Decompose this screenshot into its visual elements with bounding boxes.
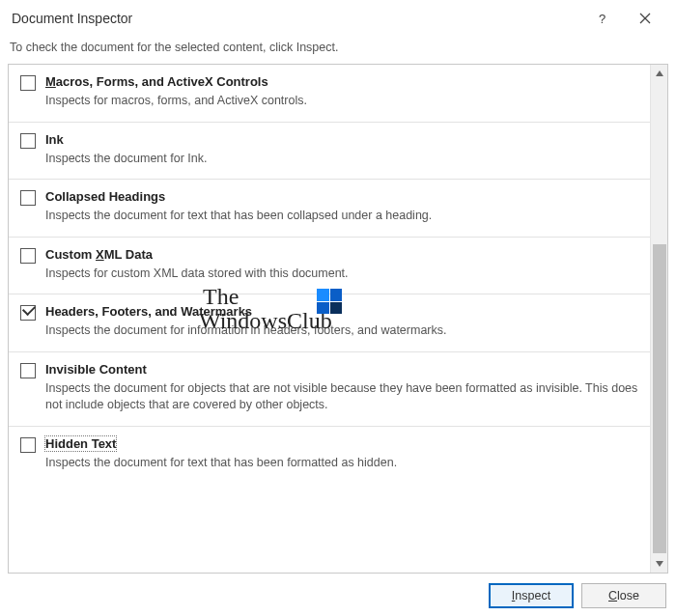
option-checkbox[interactable] (20, 305, 36, 321)
help-icon: ? (597, 13, 608, 24)
option-description: Inspects the document for text that has … (45, 208, 638, 225)
option-checkbox[interactable] (20, 190, 36, 206)
option-title: Headers, Footers, and Watermarks (45, 304, 638, 319)
close-window-button[interactable] (624, 5, 666, 32)
close-button[interactable]: Close (581, 583, 666, 608)
option-description: Inspects the document for Ink. (45, 151, 638, 168)
dialog-title: Document Inspector (12, 11, 581, 26)
option-item: Hidden TextInspects the document for tex… (9, 427, 650, 484)
inspect-button[interactable]: Inspect (489, 583, 574, 608)
option-item: InkInspects the document for Ink. (9, 123, 650, 181)
option-item: Custom XML DataInspects for custom XML d… (9, 238, 650, 295)
svg-text:?: ? (599, 13, 606, 24)
option-item: Collapsed HeadingsInspects the document … (9, 180, 650, 238)
option-checkbox[interactable] (20, 363, 36, 378)
chevron-up-icon (656, 70, 663, 77)
close-icon (639, 13, 651, 24)
option-description: Inspects for macros, forms, and ActiveX … (45, 93, 638, 110)
dialog-titlebar: Document Inspector ? (0, 0, 676, 35)
option-title: Macros, Forms, and ActiveX Controls (45, 74, 638, 89)
svg-marker-4 (656, 561, 663, 567)
option-checkbox[interactable] (20, 248, 36, 264)
option-description: Inspects the document for information in… (45, 322, 638, 340)
option-checkbox[interactable] (20, 437, 36, 453)
option-description: Inspects the document for objects that a… (45, 380, 638, 414)
options-panel: Macros, Forms, and ActiveX ControlsInspe… (8, 64, 668, 574)
chevron-down-icon (656, 560, 663, 568)
option-title: Custom XML Data (45, 247, 638, 262)
option-checkbox[interactable] (20, 133, 36, 149)
option-description: Inspects for custom XML data stored with… (45, 266, 638, 283)
option-title: Hidden Text (45, 436, 638, 451)
option-item: Macros, Forms, and ActiveX ControlsInspe… (9, 65, 650, 123)
vertical-scrollbar[interactable] (650, 65, 667, 573)
scrollbar-thumb[interactable] (653, 244, 666, 553)
option-description: Inspects the document for text that has … (45, 455, 638, 472)
option-checkbox[interactable] (20, 75, 36, 91)
instruction-text: To check the document for the selected c… (0, 35, 676, 64)
option-title: Invisible Content (45, 362, 638, 377)
option-item: Invisible ContentInspects the document f… (9, 352, 650, 427)
help-button[interactable]: ? (581, 5, 624, 32)
scroll-up-button[interactable] (651, 65, 667, 82)
option-item: Headers, Footers, and WatermarksInspects… (9, 294, 650, 352)
option-title: Collapsed Headings (45, 189, 638, 204)
options-list: Macros, Forms, and ActiveX ControlsInspe… (9, 65, 650, 573)
dialog-footer: Inspect Close (0, 574, 676, 608)
scroll-down-button[interactable] (651, 555, 667, 573)
option-title: Ink (45, 132, 638, 147)
svg-marker-3 (656, 70, 663, 76)
